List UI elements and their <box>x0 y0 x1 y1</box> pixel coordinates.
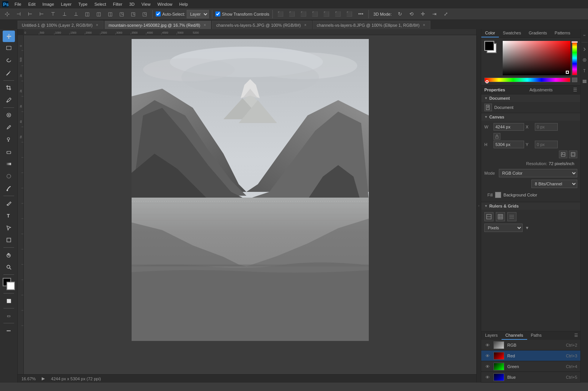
3d-pan-icon[interactable]: ✛ <box>419 10 428 18</box>
tab-untitled-close[interactable]: × <box>95 23 99 28</box>
ruler-grid-icon1[interactable] <box>484 212 494 221</box>
tab-layers[interactable]: Layers <box>481 331 502 340</box>
tab-untitled[interactable]: Untitled-1 @ 100% (Layer 2, RGB/8#) × <box>18 21 104 29</box>
align-middle-icon[interactable]: ⊥ <box>60 10 69 18</box>
tab-paths[interactable]: Paths <box>527 331 546 340</box>
collapse-right-btn[interactable]: › <box>476 29 481 383</box>
align-left2-icon[interactable]: ◫ <box>83 10 92 18</box>
mode-select[interactable]: RGB Color <box>499 169 577 177</box>
canvas-image[interactable] <box>132 39 369 341</box>
fg-swatch-small[interactable] <box>484 41 494 51</box>
menu-help[interactable]: Help <box>176 1 191 7</box>
zoom-tool[interactable] <box>3 261 15 273</box>
tab-swatches[interactable]: Swatches <box>499 29 525 37</box>
move-tool-icon[interactable]: ⊹ <box>2 10 11 18</box>
align-mid2-icon[interactable]: ◳ <box>129 10 138 18</box>
properties-menu-btn[interactable]: ☰ <box>573 87 577 92</box>
tab-mountain-close[interactable]: × <box>203 23 207 28</box>
shape-tool[interactable] <box>3 234 15 246</box>
3d-rotate-icon[interactable]: ↻ <box>396 10 405 18</box>
document-section-header[interactable]: ▼ Document <box>481 94 580 102</box>
image-icon-btn[interactable] <box>559 151 567 158</box>
canvas-scroll[interactable] <box>24 35 476 374</box>
crop-tool[interactable] <box>3 82 15 94</box>
strip-arrow-btn[interactable]: ›‹ <box>581 31 588 40</box>
align-icon7[interactable]: ⬛ <box>345 10 354 18</box>
eraser-tool[interactable] <box>3 146 15 157</box>
color-gradient-picker[interactable] <box>503 41 570 75</box>
align-right-icon[interactable]: ⊢ <box>37 10 46 18</box>
3d-slide-icon[interactable]: ⇥ <box>430 10 439 18</box>
magic-wand-tool[interactable] <box>3 67 15 79</box>
menu-layer[interactable]: Layer <box>58 1 75 7</box>
path-select-tool[interactable] <box>3 222 15 234</box>
rgb-visibility-icon[interactable]: 👁 <box>484 342 490 348</box>
height-input[interactable] <box>494 141 524 148</box>
heal-tool[interactable] <box>3 109 15 121</box>
menu-edit[interactable]: Edit <box>25 1 39 7</box>
align-icon3[interactable]: ⬛ <box>299 10 308 18</box>
menu-3d[interactable]: 3D <box>126 1 138 7</box>
width-input[interactable] <box>494 123 524 131</box>
align-icon4[interactable]: ⬛ <box>310 10 319 18</box>
ruler-grid-icon2[interactable] <box>496 212 505 221</box>
menu-image[interactable]: Image <box>39 1 57 7</box>
menu-type[interactable]: Type <box>75 1 91 7</box>
auto-select-checkbox[interactable] <box>156 11 161 16</box>
channels-menu-btn[interactable]: ☰ <box>572 331 580 340</box>
quick-mask-btn[interactable]: ⬜ <box>3 295 15 307</box>
channel-rgb[interactable]: 👁 RGB Ctrl+2 <box>481 340 580 350</box>
tab-channels5-close[interactable]: × <box>303 23 308 28</box>
clone-tool[interactable] <box>3 134 15 145</box>
menu-filter[interactable]: Filter <box>110 1 125 7</box>
screen-mode-btn[interactable]: ▭ <box>3 310 15 321</box>
channel-red[interactable]: 👁 Red Ctrl+3 <box>481 350 580 361</box>
canvas-section-header[interactable]: ▼ Canvas <box>481 113 580 121</box>
red-visibility-icon[interactable]: 👁 <box>484 353 490 359</box>
align-icon1[interactable]: ⬛ <box>276 10 285 18</box>
rulers-expand-btn[interactable]: ▼ <box>524 225 530 231</box>
rulers-section-header[interactable]: ▼ Rulers & Grids <box>481 202 580 210</box>
align-icon5[interactable]: ⬛ <box>322 10 331 18</box>
link-wh-btn[interactable] <box>494 133 500 140</box>
eyedropper-tool[interactable] <box>3 94 15 106</box>
spectrum-bar[interactable] <box>484 78 570 82</box>
more-tools-btn[interactable]: ••• <box>3 325 15 336</box>
tab-channels5[interactable]: channels-vs-layers-5.JPG @ 100% (RGB/8#)… <box>212 21 312 29</box>
brush-tool[interactable] <box>3 122 15 133</box>
tab-channels8-close[interactable]: × <box>422 23 427 28</box>
more-options-btn[interactable]: ••• <box>356 10 365 18</box>
align-right2-icon[interactable]: ◫ <box>106 10 115 18</box>
hand-tool[interactable] <box>3 249 15 261</box>
menu-select[interactable]: Select <box>91 1 109 7</box>
strip-layers-btn[interactable] <box>581 77 588 86</box>
align-bottom-icon[interactable]: ⊥ <box>71 10 80 18</box>
3d-scale-icon[interactable]: ⤢ <box>441 10 451 18</box>
tab-mountain[interactable]: mountain-scenery-1450082.jpg @ 16.7% (Re… <box>104 21 212 29</box>
align-top-icon[interactable]: ⊤ <box>48 10 57 18</box>
align-left-icon[interactable]: ⊣ <box>14 10 23 18</box>
tab-channels8[interactable]: channels-vs-layers-8.JPG @ 100% (Ellipse… <box>313 21 430 29</box>
pen-tool[interactable] <box>3 198 15 209</box>
align-center2-icon[interactable]: ◫ <box>94 10 103 18</box>
x-input[interactable] <box>535 123 558 131</box>
hue-slider[interactable] <box>572 41 577 75</box>
strip-arrow2-btn[interactable] <box>581 45 588 54</box>
units-select[interactable]: Pixels <box>484 224 523 232</box>
lasso-tool[interactable] <box>3 55 15 67</box>
dodge-tool[interactable] <box>3 183 15 194</box>
type-tool[interactable]: T <box>3 210 15 221</box>
auto-select-dropdown[interactable]: Layer <box>187 10 209 18</box>
blue-visibility-icon[interactable]: 👁 <box>484 374 490 380</box>
strip-properties-btn[interactable] <box>581 55 588 65</box>
ruler-grid-icon3[interactable] <box>507 212 516 221</box>
green-visibility-icon[interactable]: 👁 <box>484 363 490 370</box>
tab-channels[interactable]: Channels <box>502 331 527 340</box>
strip-type-btn[interactable]: T <box>581 66 588 75</box>
channel-green[interactable]: 👁 Green Ctrl+4 <box>481 361 580 372</box>
menu-view[interactable]: View <box>138 1 154 7</box>
align-top2-icon[interactable]: ◳ <box>117 10 126 18</box>
select-tool[interactable] <box>3 43 15 54</box>
gradient-tool[interactable] <box>3 158 15 170</box>
3d-roll-icon[interactable]: ⟲ <box>407 10 416 18</box>
